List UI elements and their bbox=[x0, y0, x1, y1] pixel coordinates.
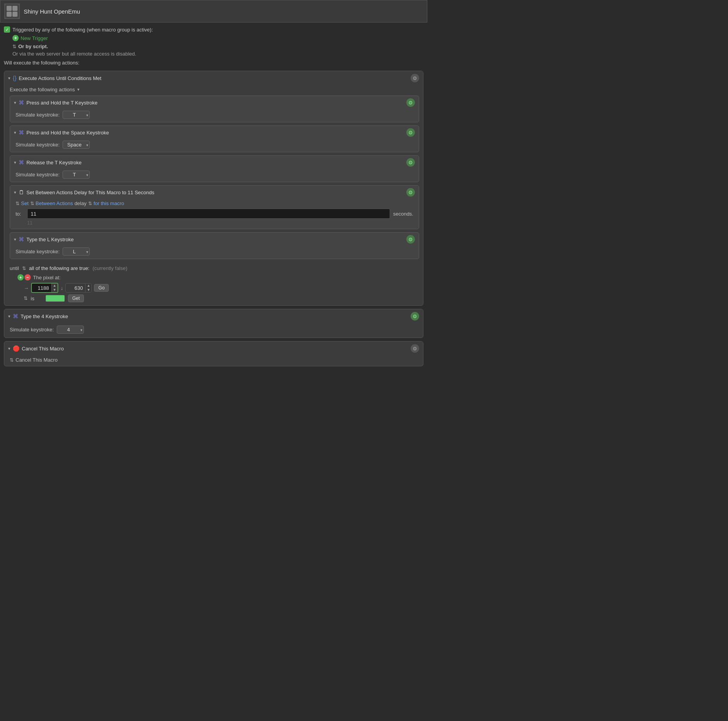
action2-gear[interactable]: ⚙ bbox=[406, 128, 415, 137]
pixel-at-row: + − The pixel at: bbox=[17, 274, 418, 280]
y-coord-input[interactable] bbox=[66, 284, 85, 292]
execute-actions-collapse[interactable]: ▾ bbox=[77, 87, 80, 92]
action5-keystroke-select[interactable]: L bbox=[63, 247, 90, 256]
action1-gear[interactable]: ⚙ bbox=[406, 98, 415, 107]
triggered-line: ✓ Triggered by any of the following (whe… bbox=[4, 26, 423, 33]
action3-gear[interactable]: ⚙ bbox=[406, 158, 415, 167]
action-type-l: ▾ ⌘ Type the L Keystroke ⚙ Simulate keys… bbox=[10, 232, 419, 259]
action1-keystroke-select[interactable]: T bbox=[63, 111, 90, 119]
type4-title: Type the 4 Keystroke bbox=[21, 313, 68, 319]
cancel-action-label: Cancel This Macro bbox=[16, 357, 57, 363]
get-button[interactable]: Get bbox=[68, 294, 84, 302]
outer-loop-block: ▾ {} Execute Actions Until Conditions Me… bbox=[4, 71, 423, 306]
y-coord-up[interactable]: ▲ bbox=[85, 284, 91, 288]
action3-body: Simulate keystroke: T bbox=[10, 169, 419, 182]
new-trigger-label[interactable]: New Trigger bbox=[21, 35, 48, 41]
cancel-macro-block: ▾ 🛑 Cancel This Macro ⚙ ⇅ Cancel This Ma… bbox=[4, 341, 423, 366]
cancel-macro-header: ▾ 🛑 Cancel This Macro ⚙ bbox=[4, 341, 423, 355]
action1-collapse[interactable]: ▾ bbox=[14, 100, 16, 105]
execute-actions-label: Execute the following actions bbox=[10, 87, 75, 92]
x-coord-stepper[interactable]: ▲ ▼ bbox=[51, 284, 57, 292]
outer-loop-gear[interactable]: ⚙ bbox=[411, 74, 419, 82]
action3-keystroke-line: Simulate keystroke: T bbox=[16, 171, 413, 179]
action4-gear[interactable]: ⚙ bbox=[406, 188, 415, 197]
action1-keystroke-line: Simulate keystroke: T bbox=[16, 111, 413, 119]
condition-label: all of the following are true: bbox=[29, 265, 89, 271]
cancel-collapse[interactable]: ▾ bbox=[8, 346, 10, 351]
action5-keystroke-wrapper[interactable]: L bbox=[63, 247, 90, 256]
delay-to-label: to: bbox=[16, 211, 24, 217]
web-server-line: Or via the web server but all remote acc… bbox=[12, 51, 423, 57]
outer-loop-header: ▾ {} Execute Actions Until Conditions Me… bbox=[4, 71, 423, 85]
delay-description: ⇅ Set ⇅ Between Actions delay ⇅ for this… bbox=[16, 200, 413, 206]
delay-hint: 11 bbox=[27, 220, 413, 226]
action1-title: Press and Hold the T Keystroke bbox=[26, 100, 98, 106]
action2-collapse[interactable]: ▾ bbox=[14, 130, 16, 135]
cmd-icon-3: ⌘ bbox=[19, 159, 24, 165]
x-coord-down[interactable]: ▼ bbox=[52, 288, 57, 292]
until-label: until bbox=[10, 265, 19, 271]
action5-title: Type the L Keystroke bbox=[26, 237, 74, 242]
triggered-label: Triggered by any of the following (when … bbox=[12, 27, 153, 33]
new-trigger-line[interactable]: + New Trigger bbox=[12, 35, 423, 41]
delay-between-link[interactable]: Between Actions bbox=[36, 200, 73, 206]
action-set-delay: ▾ 🗒 Set Between Actions Delay for This M… bbox=[10, 185, 419, 229]
type4-keystroke-select[interactable]: 4 bbox=[57, 326, 84, 334]
cmd-icon-5: ⌘ bbox=[19, 236, 24, 242]
action5-keystroke-line: Simulate keystroke: L bbox=[16, 247, 413, 256]
triggered-checkbox[interactable]: ✓ bbox=[4, 26, 10, 33]
action2-keystroke-select[interactable]: Space bbox=[63, 141, 90, 149]
is-cycle-icon: ⇅ bbox=[24, 296, 28, 301]
action4-collapse[interactable]: ▾ bbox=[14, 190, 16, 195]
new-trigger-plus-icon: + bbox=[12, 35, 19, 41]
stop-sign-icon: 🛑 bbox=[13, 345, 19, 352]
macro-title: Shiny Hunt OpenEmu bbox=[24, 8, 80, 15]
svg-rect-4 bbox=[12, 12, 17, 17]
type4-gear[interactable]: ⚙ bbox=[411, 312, 419, 320]
x-coord-up[interactable]: ▲ bbox=[52, 284, 57, 288]
delay-set-link[interactable]: Set bbox=[21, 200, 29, 206]
cycle-icon: ⇅ bbox=[12, 44, 16, 49]
delay-for-link[interactable]: for this macro bbox=[94, 200, 124, 206]
action5-gear[interactable]: ⚙ bbox=[406, 235, 415, 244]
y-coord-stepper[interactable]: ▲ ▼ bbox=[85, 284, 91, 292]
execute-actions-subheader: Execute the following actions ▾ bbox=[4, 85, 423, 96]
action1-keystroke-wrapper[interactable]: T bbox=[63, 111, 90, 119]
outer-loop-collapse[interactable]: ▾ bbox=[8, 76, 10, 81]
top-section: ✓ Triggered by any of the following (whe… bbox=[0, 26, 427, 71]
action3-keystroke-wrapper[interactable]: T bbox=[63, 171, 90, 179]
action5-collapse[interactable]: ▾ bbox=[14, 237, 16, 242]
until-line: until ⇅ all of the following are true: (… bbox=[10, 265, 418, 271]
cmd-icon-2: ⌘ bbox=[19, 129, 24, 136]
or-script-label: Or by script. bbox=[18, 44, 48, 49]
add-condition-button[interactable]: + bbox=[17, 274, 24, 280]
y-coord-input-wrapper[interactable]: ▲ ▼ bbox=[65, 283, 92, 293]
svg-rect-1 bbox=[7, 6, 12, 11]
action2-body: Simulate keystroke: Space bbox=[10, 139, 419, 152]
is-row: ⇅ is Get bbox=[24, 294, 418, 302]
action4-body: ⇅ Set ⇅ Between Actions delay ⇅ for this… bbox=[10, 199, 419, 229]
action2-keystroke-wrapper[interactable]: Space bbox=[63, 141, 90, 149]
delay-input[interactable] bbox=[27, 209, 390, 219]
color-swatch[interactable] bbox=[45, 295, 65, 302]
remove-condition-button[interactable]: − bbox=[24, 274, 31, 280]
cmd-icon-4: ⌘ bbox=[13, 313, 18, 319]
x-coord-input-wrapper[interactable]: ▲ ▼ bbox=[31, 283, 58, 293]
action2-title: Press and Hold the Space Keystroke bbox=[26, 130, 109, 136]
action-release-t: ▾ ⌘ Release the T Keystroke ⚙ Simulate k… bbox=[10, 155, 419, 182]
action3-keystroke-select[interactable]: T bbox=[63, 171, 90, 179]
action-delay-header: ▾ 🗒 Set Between Actions Delay for This M… bbox=[10, 186, 419, 199]
type4-collapse[interactable]: ▾ bbox=[8, 314, 10, 319]
svg-rect-3 bbox=[7, 12, 12, 17]
action4-title: Set Between Actions Delay for This Macro… bbox=[26, 190, 154, 195]
action3-collapse[interactable]: ▾ bbox=[14, 160, 16, 165]
type4-keystroke-line: Simulate keystroke: 4 bbox=[10, 326, 418, 334]
arrow-x-icon: → bbox=[24, 285, 29, 291]
delay-delay-label: delay bbox=[75, 200, 87, 206]
cancel-gear[interactable]: ⚙ bbox=[411, 344, 419, 353]
x-coord-input[interactable] bbox=[32, 284, 51, 292]
type4-keystroke-wrapper[interactable]: 4 bbox=[57, 326, 84, 334]
go-button[interactable]: Go bbox=[94, 284, 109, 292]
type4-body: Simulate keystroke: 4 bbox=[4, 323, 423, 338]
y-coord-down[interactable]: ▼ bbox=[85, 288, 91, 292]
